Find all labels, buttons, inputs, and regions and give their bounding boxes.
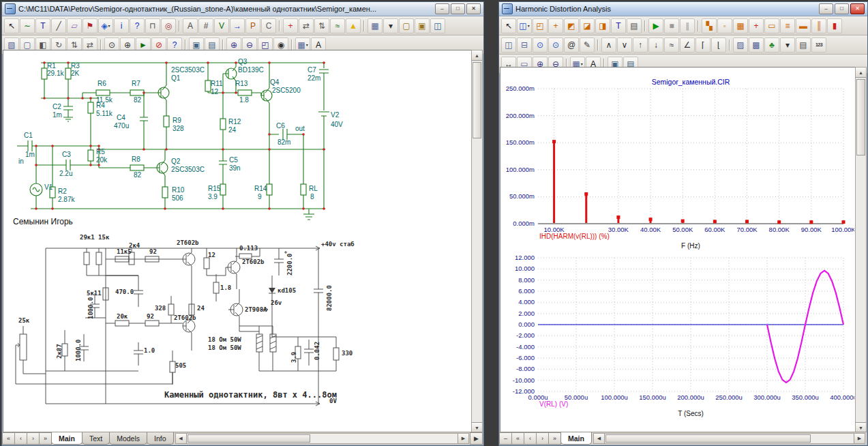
next-tab-button[interactable]: › (27, 432, 40, 445)
global-low-icon[interactable]: ↓ (648, 38, 663, 53)
y-axes-icon[interactable]: ║ (811, 18, 826, 33)
vertical-scroll-thumb[interactable] (473, 62, 481, 138)
schematic-tab-models[interactable]: Models (109, 432, 147, 445)
select-tool[interactable]: ↖ (4, 18, 19, 33)
more-options-icon[interactable]: ▾ (780, 38, 795, 53)
info-icon[interactable]: i (114, 18, 129, 33)
plot-horizontal-scrollbar[interactable]: ◀ ▶ (593, 433, 865, 444)
schematic-tab-text[interactable]: Text (82, 432, 110, 445)
calculator-icon[interactable]: 123 (811, 38, 826, 53)
numeric-output-icon[interactable]: ▤ (796, 38, 811, 53)
component-menu-icon[interactable]: ◈▾ (98, 18, 113, 33)
digital-path-icon[interactable]: ⊓ (145, 18, 160, 33)
close-button[interactable]: ✕ (466, 3, 481, 14)
close-button[interactable]: ✕ (850, 3, 865, 14)
power-display-icon[interactable]: P (245, 18, 260, 33)
plot-area[interactable]: 0.000m50.000m100.000m150.000m200.000m250… (500, 67, 856, 433)
cursor-left-icon[interactable]: ⊙ (533, 38, 548, 53)
split-view-icon[interactable]: ◫ (430, 18, 445, 33)
horizontal-scroll-track[interactable] (605, 434, 854, 443)
pin-connections-icon[interactable]: + (283, 18, 298, 33)
horizontal-tag-icon[interactable]: ◨ (595, 18, 610, 33)
line-mode-icon[interactable]: ╱ (51, 18, 66, 33)
vertical-tag-icon[interactable]: ◪ (580, 18, 595, 33)
exit-analysis-icon[interactable]: ▮ (827, 18, 842, 33)
cross-wire-icon[interactable]: ⇄ (299, 18, 314, 33)
hatch-grid-icon[interactable]: ▩ (749, 38, 764, 53)
first-tab-button[interactable]: « (511, 432, 524, 445)
vertical-scroll-track[interactable] (472, 61, 482, 422)
horizontal-scroll-thumb[interactable] (605, 434, 811, 443)
schematic-canvas[interactable]: Семынин Игорь Каменный однотактник, 8вт … (3, 50, 473, 433)
plot-pages-icon[interactable]: ◫▾ (517, 18, 532, 33)
schematic-tab-main[interactable]: Main (51, 432, 83, 445)
go-to-x-icon[interactable]: @ (564, 38, 579, 53)
maximize-button[interactable]: □ (451, 3, 465, 14)
sine-display-icon[interactable]: ≈ (330, 18, 345, 33)
grid-options-icon[interactable]: ▾ (383, 18, 398, 33)
point-tag-icon[interactable]: ◩ (564, 18, 579, 33)
maximize-button[interactable]: □ (835, 3, 849, 14)
schematic-vertical-scrollbar[interactable]: ▲ ▼ (471, 50, 483, 433)
grid-size-icon-dropdown-arrow[interactable]: ▾ (306, 43, 308, 47)
title-block-icon[interactable]: ▣ (415, 18, 430, 33)
last-tab-button[interactable]: » (39, 432, 52, 445)
pane-rows-icon[interactable]: ⊟ (517, 38, 532, 53)
scroll-left-button[interactable]: ◀ (594, 434, 605, 443)
text-mode-icon[interactable]: T (35, 18, 50, 33)
border-icon[interactable]: ▢ (399, 18, 414, 33)
shape-mode-icon[interactable]: ▱ (67, 18, 82, 33)
plot-vertical-scrollbar[interactable]: ▲ ▼ (855, 67, 867, 433)
three-plots-icon[interactable]: ≡ (780, 18, 795, 33)
pause-icon[interactable]: ∥ (680, 18, 695, 33)
scale-mode-icon[interactable]: ◰ (533, 18, 548, 33)
current-display-icon[interactable]: → (230, 18, 245, 33)
scroll-up-button[interactable]: ▲ (472, 50, 482, 61)
node-voltages-icon[interactable]: V (214, 18, 229, 33)
scroll-right-button[interactable]: ▶ (458, 434, 468, 443)
first-tab-button[interactable]: « (2, 432, 15, 445)
stop-icon[interactable]: ■ (664, 18, 679, 33)
horizontal-scroll-thumb[interactable] (188, 434, 311, 443)
cursor-mode-icon[interactable]: + (548, 18, 563, 33)
grid-icon[interactable]: ▦ (368, 18, 383, 33)
single-plot-icon[interactable]: ▬ (796, 18, 811, 33)
select-tool[interactable]: ↖ (501, 18, 516, 33)
data-points-icon[interactable]: ▚ (702, 18, 717, 33)
prev-tab-button[interactable]: ‹ (524, 432, 537, 445)
flag-mode-icon[interactable]: ⚑ (83, 18, 98, 33)
analysis-titlebar[interactable]: Harmonic Distortion Analysis – □ ✕ (499, 2, 867, 16)
analysis-tab-main[interactable]: Main (560, 432, 592, 445)
vertical-scroll-track[interactable] (856, 78, 866, 422)
grid-size-icon-dropdown-arrow[interactable]: ▾ (581, 62, 583, 66)
hatch-up-icon[interactable]: ▨ (733, 38, 748, 53)
plot-pages-icon-dropdown-arrow[interactable]: ▾ (528, 24, 530, 28)
next-valley-icon[interactable]: ∨ (617, 38, 632, 53)
warning-icon[interactable]: ▲ (346, 18, 361, 33)
scroll-down-button[interactable]: ▼ (472, 422, 482, 432)
schematic-tab-info[interactable]: Info (147, 432, 174, 445)
scroll-left-button[interactable]: ◀ (176, 434, 187, 443)
animate-probe-icon[interactable]: ◎ (161, 18, 176, 33)
slope-icon[interactable]: ∠ (680, 38, 695, 53)
scroll-up-button[interactable]: ▲ (856, 68, 866, 78)
plus-marks-icon[interactable]: + (749, 18, 764, 33)
tab-splitter[interactable]: – (499, 432, 512, 445)
baseline-icon[interactable]: ▭ (764, 18, 779, 33)
global-high-icon[interactable]: ↑ (633, 38, 648, 53)
minimize-button[interactable]: – (435, 3, 449, 14)
bottom-edge-icon[interactable]: ⌊ (711, 38, 726, 53)
text-tool[interactable]: T (611, 18, 626, 33)
prev-tab-button[interactable]: ‹ (14, 432, 27, 445)
annotate-icon[interactable]: ✎ (580, 38, 595, 53)
vertical-scroll-thumb[interactable] (856, 79, 865, 155)
minimize-button[interactable]: – (819, 3, 833, 14)
pane-columns-icon[interactable]: ◫ (501, 38, 516, 53)
smoothing-icon[interactable]: ♣ (764, 38, 779, 53)
cursor-right-icon[interactable]: ⊙ (548, 38, 563, 53)
inflection-icon[interactable]: ≈ (664, 38, 679, 53)
tokens-icon[interactable]: ◦ (717, 18, 732, 33)
next-peak-icon[interactable]: ∧ (601, 38, 616, 53)
ruler-lines-icon[interactable]: ▦ (733, 18, 748, 33)
schematic-horizontal-scrollbar[interactable]: ◀ ▶ (175, 433, 469, 444)
